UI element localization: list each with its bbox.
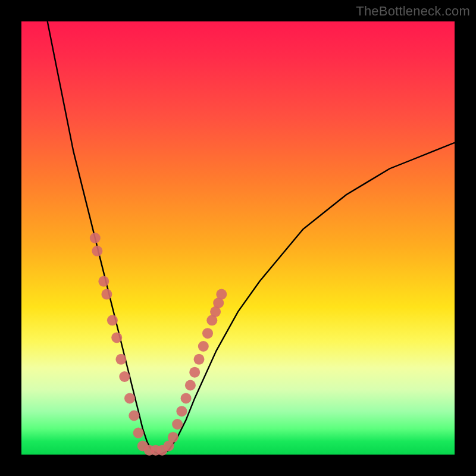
marker-point [111, 332, 122, 343]
marker-point [194, 354, 205, 365]
marker-point [168, 432, 178, 443]
marker-point [189, 367, 200, 378]
marker-point [185, 380, 196, 391]
v-curve [48, 21, 455, 455]
marker-point [181, 393, 192, 403]
marker-point [216, 289, 227, 300]
marker-point [119, 371, 130, 382]
marker-point [101, 289, 112, 300]
marker-point [202, 328, 213, 339]
marker-point [124, 393, 135, 403]
curve-markers [90, 233, 227, 456]
marker-point [98, 276, 109, 287]
curve-layer [21, 21, 455, 455]
marker-point [176, 406, 187, 416]
marker-point [172, 419, 183, 430]
marker-point [129, 411, 139, 421]
plot-area [21, 21, 455, 455]
marker-point [115, 354, 126, 365]
chart-frame: TheBottleneck.com [0, 0, 476, 476]
watermark-text: TheBottleneck.com [356, 4, 470, 19]
marker-point [92, 246, 102, 256]
marker-point [107, 315, 118, 325]
marker-point [133, 428, 144, 439]
marker-point [198, 341, 209, 352]
marker-point [90, 233, 101, 243]
